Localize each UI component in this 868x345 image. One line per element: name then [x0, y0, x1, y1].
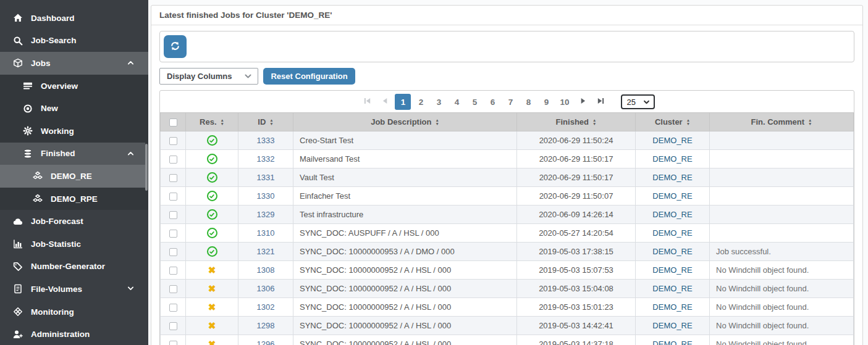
row-checkbox[interactable]	[169, 322, 177, 330]
page-button-7[interactable]: 7	[502, 94, 518, 110]
page-button-9[interactable]: 9	[538, 94, 554, 110]
page-button-5[interactable]: 5	[466, 94, 482, 110]
column-header-fin-comment[interactable]: Fin. Comment▲▼	[710, 113, 854, 131]
finished-cell: 2019-05-03 15:01:23	[517, 298, 636, 317]
page-button-8[interactable]: 8	[520, 94, 536, 110]
finished-cell: 2019-05-03 17:38:15	[517, 243, 636, 261]
page-size-select[interactable]: 25	[621, 94, 655, 109]
sidebar-item-job-search[interactable]: Job-Search	[0, 30, 148, 52]
cluster-link[interactable]: DEMO_RE	[652, 173, 692, 182]
sidebar-item-demo-re[interactable]: DEMO_RE	[0, 165, 148, 188]
cluster-link[interactable]: DEMO_RE	[652, 265, 692, 275]
column-header-cluster[interactable]: Cluster▲▼	[636, 113, 710, 131]
job-id-link[interactable]: 1329	[257, 210, 275, 219]
page-button-1[interactable]: 1	[395, 94, 411, 110]
failed-icon: ✖	[208, 284, 216, 294]
row-checkbox[interactable]	[169, 193, 177, 201]
page-button-6[interactable]: 6	[484, 94, 500, 110]
row-checkbox[interactable]	[169, 211, 177, 219]
job-id-link[interactable]: 1298	[257, 321, 275, 330]
sidebar-item-working[interactable]: Working	[0, 120, 148, 143]
job-description-cell: SYNC_DOC: 10000000952 / A / HSL / 000	[293, 261, 517, 280]
dot-circle-icon	[22, 103, 34, 114]
table-row: ✖1306SYNC_DOC: 10000000952 / A / HSL / 0…	[161, 280, 854, 298]
cluster-link[interactable]: DEMO_RE	[652, 191, 692, 201]
page-button-3[interactable]: 3	[431, 94, 447, 110]
page-button-4[interactable]: 4	[449, 94, 465, 110]
result-cell	[186, 131, 238, 150]
sidebar-item-job-forecast[interactable]: Job-Forecast	[0, 210, 148, 233]
job-description-cell: SYNC_DOC: 10000000953 / A / DMO / 000	[293, 243, 517, 261]
cluster-link[interactable]: DEMO_RE	[652, 302, 692, 312]
cluster-link[interactable]: DEMO_RE	[652, 154, 692, 164]
first-page-button[interactable]	[359, 94, 375, 110]
row-checkbox[interactable]	[169, 174, 177, 182]
job-id-link[interactable]: 1330	[257, 191, 275, 201]
column-label: Finished	[556, 117, 589, 127]
column-header-res-[interactable]: Res.▲▼	[186, 113, 238, 131]
sidebar-item-job-statistic[interactable]: Job-Statistic	[0, 233, 148, 256]
job-id-link[interactable]: 1332	[257, 154, 275, 164]
select-all-checkbox[interactable]	[169, 118, 177, 127]
cluster-link[interactable]: DEMO_RE	[652, 284, 692, 293]
previous-page-button[interactable]	[377, 94, 393, 110]
row-checkbox[interactable]	[169, 285, 177, 293]
cluster-cell: DEMO_RE	[636, 317, 710, 335]
finished-cell: 2019-05-03 15:04:08	[517, 280, 636, 298]
column-header-finished[interactable]: Finished▲▼	[517, 113, 636, 131]
page-button-2[interactable]: 2	[413, 94, 429, 110]
sort-icon: ▲▼	[592, 118, 596, 125]
cluster-link[interactable]: DEMO_RE	[652, 247, 692, 256]
sidebar-item-administration[interactable]: Administration	[0, 323, 148, 345]
sidebar-item-file-volumes[interactable]: File-Volumes	[0, 278, 148, 301]
row-checkbox[interactable]	[169, 230, 177, 238]
column-header-job-description[interactable]: Job Description▲▼	[293, 113, 517, 131]
job-description-cell: Einfacher Test	[293, 187, 517, 206]
select-all-header[interactable]	[161, 113, 186, 131]
display-columns-select[interactable]: Display Columns	[159, 68, 258, 85]
row-checkbox[interactable]	[169, 267, 177, 275]
cluster-link[interactable]: DEMO_RE	[652, 339, 692, 345]
page-button-10[interactable]: 10	[556, 94, 573, 110]
sidebar-item-monitoring[interactable]: Monitoring	[0, 301, 148, 323]
reset-configuration-button[interactable]: Reset Configuration	[263, 68, 355, 85]
job-id-link[interactable]: 1331	[257, 173, 275, 182]
sidebar-item-overview[interactable]: Overview	[0, 75, 148, 98]
job-description-cell: SYNC_DOC: 10000000952 / A / HSL / 000	[293, 317, 517, 335]
result-cell	[186, 206, 238, 224]
cluster-link[interactable]: DEMO_RE	[652, 321, 692, 330]
job-id-link[interactable]: 1321	[257, 247, 275, 256]
column-header-id[interactable]: ID▲▼	[238, 113, 293, 131]
job-id-link[interactable]: 1310	[257, 228, 275, 238]
job-id-link[interactable]: 1308	[257, 265, 275, 275]
sidebar-item-number-generator[interactable]: Number-Generator	[0, 256, 148, 278]
cluster-link[interactable]: DEMO_RE	[652, 210, 692, 219]
jobs-table: Res.▲▼ID▲▼Job Description▲▼Finished▲▼Clu…	[160, 112, 854, 345]
sidebar-item-jobs[interactable]: Jobs	[0, 52, 148, 75]
row-checkbox[interactable]	[169, 341, 177, 345]
sidebar-item-label: Job-Search	[31, 36, 77, 45]
success-icon	[207, 154, 217, 164]
row-checkbox[interactable]	[169, 248, 177, 256]
row-checkbox[interactable]	[169, 304, 177, 312]
sidebar-item-demo-rpe[interactable]: DEMO_RPE	[0, 188, 148, 210]
row-checkbox[interactable]	[169, 137, 177, 145]
next-page-button[interactable]	[575, 94, 591, 110]
sidebar-item-dashboard[interactable]: Dashboard	[0, 7, 148, 30]
cubes-icon	[32, 171, 44, 181]
refresh-button[interactable]	[164, 35, 187, 58]
cluster-link[interactable]: DEMO_RE	[652, 228, 692, 238]
cluster-cell: DEMO_RE	[636, 280, 710, 298]
job-id-link[interactable]: 1302	[257, 302, 275, 312]
last-page-button[interactable]	[593, 94, 609, 110]
cluster-link[interactable]: DEMO_RE	[652, 136, 692, 145]
job-id-link[interactable]: 1306	[257, 284, 275, 293]
sidebar-item-new[interactable]: New	[0, 97, 148, 120]
table-row: 1330Einfacher Test2020-06-29 11:50:07DEM…	[161, 187, 854, 206]
sidebar-scrollbar[interactable]	[145, 144, 148, 191]
sidebar-item-finished[interactable]: Finished	[0, 143, 148, 165]
job-id-link[interactable]: 1296	[257, 339, 275, 345]
row-checkbox[interactable]	[169, 156, 177, 164]
result-cell: ✖	[186, 298, 238, 317]
job-id-link[interactable]: 1333	[257, 136, 275, 145]
